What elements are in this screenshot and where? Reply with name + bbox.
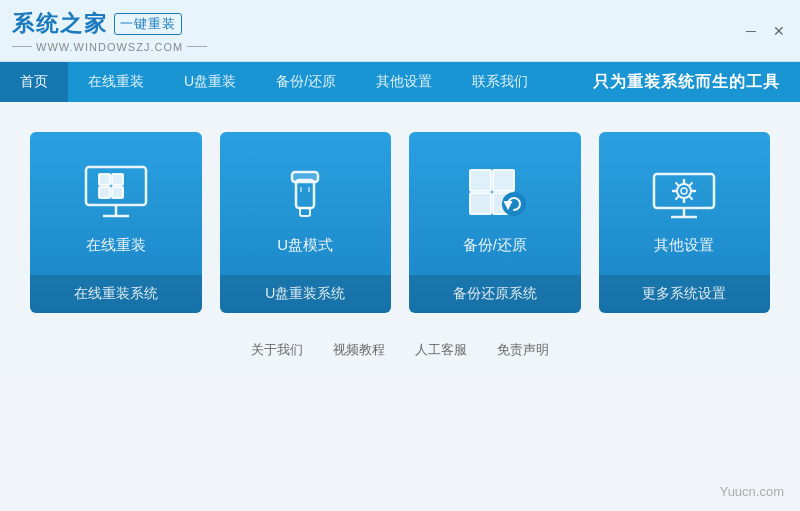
footer-links: 关于我们 视频教程 人工客服 免责声明	[30, 333, 770, 359]
card-other-settings[interactable]: 其他设置 更多系统设置	[599, 132, 771, 313]
cards-grid: 在线重装 在线重装系统	[30, 132, 770, 313]
svg-rect-8	[292, 172, 318, 182]
card-title-2: U盘模式	[277, 236, 333, 255]
svg-rect-7	[296, 180, 314, 208]
svg-rect-5	[99, 187, 110, 198]
monitor-windows-icon	[81, 162, 151, 222]
nav-bar: 首页 在线重装 U盘重装 备份/还原 其他设置 联系我们 只为重装系统而生的工具	[0, 62, 800, 102]
minimize-button[interactable]: ─	[742, 22, 760, 40]
nav-item-backup[interactable]: 备份/还原	[256, 62, 356, 102]
footer-link-support[interactable]: 人工客服	[415, 341, 467, 359]
card-backup-restore[interactable]: 备份/还原 备份还原系统	[409, 132, 581, 313]
card-icon-area-4: 其他设置	[599, 132, 771, 275]
svg-line-27	[676, 183, 678, 185]
app-title: 系统之家 一键重装	[12, 9, 207, 39]
card-footer-1: 在线重装系统	[30, 275, 202, 313]
card-footer-2: U盘重装系统	[220, 275, 392, 313]
nav-item-online[interactable]: 在线重装	[68, 62, 164, 102]
svg-rect-3	[99, 174, 110, 185]
card-usb-mode[interactable]: U盘模式 U盘重装系统	[220, 132, 392, 313]
card-footer-4: 更多系统设置	[599, 275, 771, 313]
footer-link-disclaimer[interactable]: 免责声明	[497, 341, 549, 359]
svg-rect-13	[493, 170, 514, 191]
card-title-1: 在线重装	[86, 236, 146, 255]
svg-point-21	[677, 184, 691, 198]
app-badge: 一键重装	[114, 13, 182, 35]
svg-rect-14	[470, 193, 491, 214]
nav-items: 首页 在线重装 U盘重装 备份/还原 其他设置 联系我们	[0, 62, 548, 102]
nav-item-settings[interactable]: 其他设置	[356, 62, 452, 102]
title-bar: 系统之家 一键重装 WWW.WINDOWSZJ.COM ─ ✕	[0, 0, 800, 62]
nav-item-usb[interactable]: U盘重装	[164, 62, 256, 102]
app-name: 系统之家	[12, 9, 108, 39]
card-title-3: 备份/还原	[463, 236, 527, 255]
card-online-reinstall[interactable]: 在线重装 在线重装系统	[30, 132, 202, 313]
title-left: 系统之家 一键重装 WWW.WINDOWSZJ.COM	[12, 9, 207, 53]
window-controls: ─ ✕	[742, 22, 788, 40]
card-icon-area-1: 在线重装	[30, 132, 202, 275]
close-button[interactable]: ✕	[770, 22, 788, 40]
watermark: Yuucn.com	[720, 484, 784, 499]
svg-line-29	[690, 183, 692, 185]
footer-link-about[interactable]: 关于我们	[251, 341, 303, 359]
svg-line-28	[690, 197, 692, 199]
card-icon-area-2: U盘模式	[220, 132, 392, 275]
nav-item-home[interactable]: 首页	[0, 62, 68, 102]
windows-refresh-icon	[460, 162, 530, 222]
svg-rect-4	[112, 174, 123, 185]
svg-rect-6	[112, 187, 123, 198]
app-website: WWW.WINDOWSZJ.COM	[12, 41, 207, 53]
card-title-4: 其他设置	[654, 236, 714, 255]
footer-link-video[interactable]: 视频教程	[333, 341, 385, 359]
svg-rect-12	[470, 170, 491, 191]
card-footer-3: 备份还原系统	[409, 275, 581, 313]
card-icon-area-3: 备份/还原	[409, 132, 581, 275]
svg-point-22	[681, 188, 687, 194]
main-content: 在线重装 在线重装系统	[0, 102, 800, 379]
nav-slogan: 只为重装系统而生的工具	[593, 62, 800, 102]
nav-item-contact[interactable]: 联系我们	[452, 62, 548, 102]
svg-line-30	[676, 197, 678, 199]
monitor-gear-icon	[649, 162, 719, 222]
usb-drive-icon	[270, 162, 340, 222]
